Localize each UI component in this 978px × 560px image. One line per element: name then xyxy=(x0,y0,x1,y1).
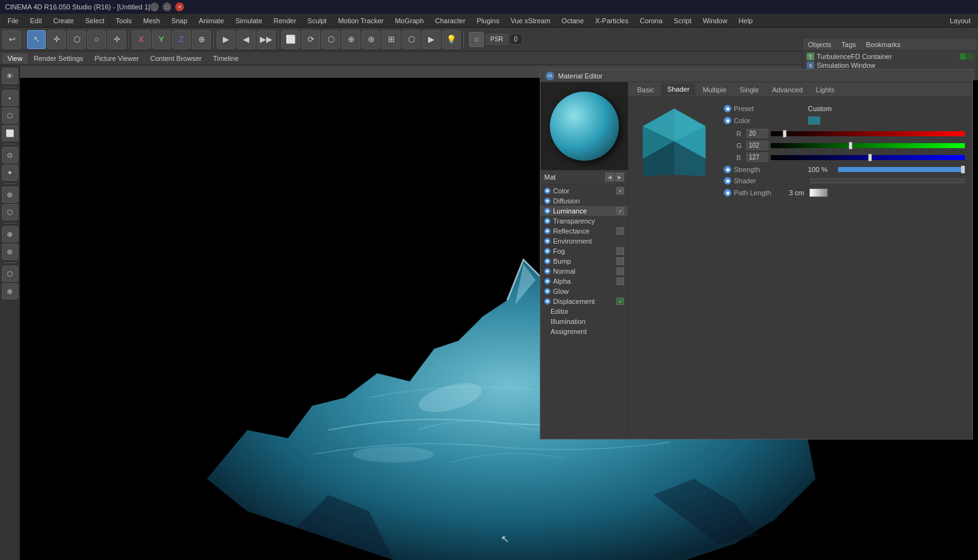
channel-luminance-radio[interactable] xyxy=(544,208,551,214)
lt-brush-btn[interactable]: ⊛ xyxy=(2,186,18,203)
g-slider-thumb[interactable] xyxy=(849,142,852,149)
r-slider-track[interactable] xyxy=(771,131,965,136)
tab-basic[interactable]: Basic xyxy=(631,84,660,95)
render-region-button[interactable]: ▶▶ xyxy=(257,30,276,49)
channel-luminance[interactable]: Luminance ...... ✓ xyxy=(540,206,628,216)
coord-button[interactable]: ⊕ xyxy=(192,30,211,49)
channel-displacement-radio[interactable] xyxy=(544,298,551,304)
close-button[interactable]: ✕ xyxy=(175,3,184,11)
y-axis-button[interactable]: Y xyxy=(152,30,171,49)
lt-extra-btn[interactable]: ⬡ xyxy=(2,266,18,282)
channel-color-check[interactable]: ✓ xyxy=(616,187,624,195)
select-tool-button[interactable]: ↖ xyxy=(27,30,46,49)
channel-color[interactable]: Color ...... ✓ xyxy=(540,186,628,196)
strength-slider[interactable] xyxy=(838,167,965,172)
path-length-swatch[interactable] xyxy=(809,188,828,197)
channel-fog-radio[interactable] xyxy=(544,248,551,254)
tab-lights[interactable]: Lights xyxy=(810,84,841,95)
channel-color-radio[interactable] xyxy=(544,188,551,194)
tab-advanced[interactable]: Advanced xyxy=(766,84,809,95)
menu-layout[interactable]: Layout xyxy=(945,16,975,26)
channel-displacement[interactable]: Displacement ✓ xyxy=(540,296,628,306)
minimize-button[interactable]: _ xyxy=(150,3,159,11)
channel-bump-check[interactable] xyxy=(616,257,624,265)
channel-bump-radio[interactable] xyxy=(544,258,551,264)
lt-edges-btn[interactable]: ⬡ xyxy=(2,107,18,124)
menu-character[interactable]: Character xyxy=(430,16,470,26)
material-editor-titlebar[interactable]: M Material Editor xyxy=(540,70,972,82)
b-slider-track[interactable] xyxy=(771,155,965,160)
snap-toggle[interactable]: ⊙ xyxy=(469,32,484,47)
color-swatch[interactable] xyxy=(808,116,820,125)
channel-transparency[interactable]: Transparency ...... xyxy=(540,216,628,226)
tab-picture-viewer[interactable]: Picture Viewer xyxy=(90,53,144,63)
menu-sculpt[interactable]: Sculpt xyxy=(303,16,332,26)
channel-environment[interactable]: Environment ...... xyxy=(540,236,628,246)
psr-value[interactable]: 0 xyxy=(510,34,522,45)
channel-transparency-radio[interactable] xyxy=(544,218,551,224)
menu-help[interactable]: Help xyxy=(734,16,758,26)
menu-select[interactable]: Select xyxy=(80,16,110,26)
rotate-tool-button[interactable]: ○ xyxy=(87,30,106,49)
r-value-input[interactable] xyxy=(746,129,768,138)
channel-glow[interactable]: Glow ...... xyxy=(540,286,628,296)
channel-luminance-check[interactable]: ✓ xyxy=(616,207,624,215)
menu-octane[interactable]: Octane xyxy=(557,16,589,26)
menu-simulate[interactable]: Simulate xyxy=(230,16,267,26)
menu-mograph[interactable]: MoGraph xyxy=(390,16,429,26)
b-slider-thumb[interactable] xyxy=(868,154,872,161)
menu-xparticles[interactable]: X-Particles xyxy=(590,16,633,26)
lamp-button[interactable]: 💡 xyxy=(442,30,461,49)
channel-illumination[interactable]: Illumination xyxy=(540,316,628,326)
tab-shader[interactable]: Shader xyxy=(661,83,696,95)
lt-view-btn[interactable]: 👁 xyxy=(2,68,18,84)
lt-tweak-btn[interactable]: ✦ xyxy=(2,164,18,181)
tab-view[interactable]: View xyxy=(3,53,28,63)
preset-radio[interactable] xyxy=(724,105,731,112)
menu-plugins[interactable]: Plugins xyxy=(471,16,504,26)
channel-displacement-check[interactable]: ✓ xyxy=(616,298,624,305)
z-axis-button[interactable]: Z xyxy=(172,30,191,49)
menu-corona[interactable]: Corona xyxy=(635,16,667,26)
channel-fog-check[interactable] xyxy=(616,247,624,255)
obj-item-simulation[interactable]: S Simulation Window xyxy=(805,61,975,70)
channel-glow-radio[interactable] xyxy=(544,288,551,294)
shader-field[interactable] xyxy=(810,178,965,183)
g-value-input[interactable] xyxy=(746,141,768,150)
lt-live-btn[interactable]: ⊙ xyxy=(2,147,18,163)
channel-normal-radio[interactable] xyxy=(544,268,551,274)
channel-reflectance-radio[interactable] xyxy=(544,228,551,234)
channel-bump[interactable]: Bump ...... xyxy=(540,256,628,266)
psr-button[interactable]: PSR xyxy=(486,34,508,45)
undo-button[interactable]: ↩ xyxy=(3,30,21,49)
lt-mograph-btn[interactable]: ⊕ xyxy=(2,226,18,242)
lt-poly-btn[interactable]: ⬜ xyxy=(2,125,18,141)
menu-window[interactable]: Window xyxy=(697,16,732,26)
tags-tab[interactable]: Tags xyxy=(839,40,858,49)
render-button[interactable]: ◀ xyxy=(237,30,255,49)
obj-item-turbulencefd[interactable]: T TurbulenceFD Container xyxy=(805,52,975,61)
strength-radio[interactable] xyxy=(724,166,731,173)
scale-tool-button[interactable]: ⬡ xyxy=(67,30,86,49)
lt-extra2-btn[interactable]: ⊕ xyxy=(2,283,18,299)
menu-file[interactable]: File xyxy=(3,16,24,26)
mat-arrow-right[interactable]: ▶ xyxy=(615,173,624,181)
channel-reflectance-check[interactable] xyxy=(616,227,624,235)
channel-normal-check[interactable] xyxy=(616,267,624,275)
menu-render[interactable]: Render xyxy=(269,16,301,26)
channel-reflectance[interactable]: Reflectance ...... xyxy=(540,226,628,236)
channel-diffusion[interactable]: Diffusion ...... xyxy=(540,196,628,206)
b-value-input[interactable] xyxy=(746,153,768,162)
scene-button[interactable]: ⊛ xyxy=(362,30,380,49)
objects-tab[interactable]: Objects xyxy=(805,40,834,49)
x-axis-button[interactable]: X xyxy=(132,30,151,49)
channel-alpha[interactable]: Alpha ...... xyxy=(540,276,628,286)
menu-vue[interactable]: Vue xStream xyxy=(505,16,555,26)
maximize-button[interactable]: □ xyxy=(163,3,171,11)
deform-button[interactable]: ⊕ xyxy=(341,30,360,49)
camera-button[interactable]: ⊞ xyxy=(382,30,400,49)
channel-alpha-radio[interactable] xyxy=(544,278,551,284)
menu-tools[interactable]: Tools xyxy=(110,16,137,26)
menu-script[interactable]: Script xyxy=(669,16,696,26)
lt-field-btn[interactable]: ⊛ xyxy=(2,244,18,260)
